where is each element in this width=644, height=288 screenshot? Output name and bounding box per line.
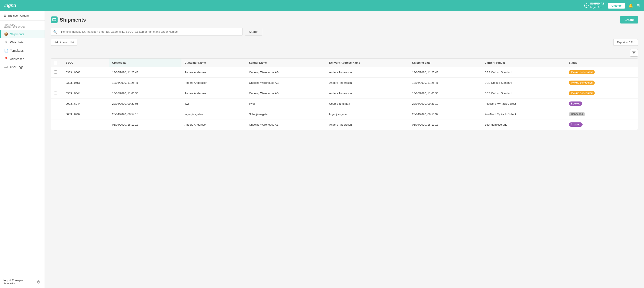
row-customer-name: Ingenjörsgatan [182, 109, 246, 119]
row-checkbox-cell [51, 67, 63, 78]
filter-row [51, 49, 638, 57]
navbar-icons: 🔔 ⊞ [628, 3, 640, 8]
row-created-at: 13/05/2020, 11:25:41 [109, 78, 182, 88]
row-status: Pickup scheduled [566, 88, 638, 98]
logout-button[interactable]: ⏻ [36, 279, 41, 285]
row-checkbox-5[interactable] [54, 123, 57, 126]
sort-chevron[interactable]: ⌄ [58, 62, 60, 64]
row-checkbox-cell [51, 78, 63, 88]
svg-rect-0 [53, 18, 56, 21]
select-all-checkbox[interactable] [54, 61, 57, 64]
col-delivery-address: Delivery Address Name [326, 59, 409, 67]
row-sscc: 0003...6244 [63, 98, 109, 109]
company-name1: INGRID AB [590, 2, 604, 6]
row-shipping-date: 13/05/2020, 11:03:36 [409, 88, 482, 98]
add-watchlist-button[interactable]: Add to watchlist [51, 39, 78, 46]
row-carrier-product: PostNord MyPack Collect [482, 109, 566, 119]
row-customer-name: Anders Andersson [182, 67, 246, 78]
row-shipping-date: 13/05/2020, 11:25:43 [409, 67, 482, 78]
export-button[interactable]: Export to CSV [613, 39, 638, 46]
sidebar-item-watchlists-label: Watchlists [10, 41, 24, 44]
row-delivery-address: Anders Andersson [326, 88, 409, 98]
page-title: Shipments [60, 17, 86, 23]
search-bar: 🔍 Search [51, 28, 638, 36]
row-checkbox-1[interactable] [54, 81, 57, 84]
row-checkbox-cell [51, 109, 63, 119]
toolbar-row: Add to watchlist Export to CSV [51, 39, 638, 46]
company-name2: Ingrid AB [590, 6, 604, 9]
table-row[interactable]: 0003...6244 23/04/2020, 09:22:05 ffwef f… [51, 98, 638, 109]
sidebar-user-name: Ingrid Transport [4, 279, 25, 282]
row-carrier-product: Best Hemleverans [482, 119, 566, 130]
row-checkbox-0[interactable] [54, 70, 57, 73]
company-text: INGRID AB Ingrid AB [590, 2, 604, 9]
row-checkbox-2[interactable] [54, 91, 57, 94]
status-badge: Pickup scheduled [569, 70, 595, 74]
sidebar-item-templates-label: Templates [10, 49, 24, 52]
status-badge: Created [569, 122, 582, 127]
row-carrier-product: DBS Ombud Standard [482, 67, 566, 78]
filter-button[interactable] [630, 49, 638, 57]
sidebar-item-templates[interactable]: 📄 Templates [0, 46, 44, 55]
select-all-header: ⌄ [51, 59, 63, 67]
search-icon: 🔍 [53, 30, 57, 34]
transport-orders-label: Transport Orders [8, 14, 29, 17]
sidebar-footer: Ingrid Transport Automator ⏻ [0, 276, 44, 288]
col-created-at[interactable]: Created at ↑ [109, 59, 182, 67]
sidebar-item-shipments[interactable]: 📦 Shipments [0, 30, 44, 38]
logo: ingrid [4, 3, 16, 8]
row-carrier-product: DBS Ombud Standard [482, 78, 566, 88]
table-row[interactable]: 0333...0551 13/05/2020, 11:25:41 Anders … [51, 78, 638, 88]
row-checkbox-cell [51, 119, 63, 130]
row-shipping-date: 23/04/2020, 09:21:10 [409, 98, 482, 109]
row-shipping-date: 13/05/2020, 11:25:41 [409, 78, 482, 88]
row-shipping-date: 06/04/2020, 15:19:18 [409, 119, 482, 130]
sidebar-item-addresses[interactable]: 📍 Addresses [0, 55, 44, 63]
row-sscc: 0333...0568 [63, 67, 109, 78]
table-row[interactable]: 0003...6237 23/04/2020, 08:54:16 Ingenjö… [51, 109, 638, 119]
row-sender-name: Ongoing Warehouse AB [246, 119, 326, 130]
row-customer-name: Anders Andersson [182, 78, 246, 88]
sidebar-item-user-tags[interactable]: 🏷 User Tags [0, 63, 44, 71]
row-checkbox-cell [51, 98, 63, 109]
row-sscc: 0003...6237 [63, 109, 109, 119]
row-status: Pickup scheduled [566, 78, 638, 88]
app-body: ☰ Transport Orders TRANSPORT ADMINISTRAT… [0, 11, 644, 288]
search-button[interactable]: Search [245, 28, 262, 36]
col-status: Status [566, 59, 638, 67]
main-content: Shipments Create 🔍 Search Add to watchli… [45, 11, 644, 288]
change-button[interactable]: Change [608, 3, 625, 9]
row-status: Created [566, 119, 638, 130]
table-row[interactable]: 0333...0568 13/05/2020, 11:25:43 Anders … [51, 67, 638, 78]
search-input[interactable] [51, 28, 243, 36]
table-row[interactable]: 06/04/2020, 15:19:18 Anders Andersson On… [51, 119, 638, 130]
grid-icon[interactable]: ⊞ [636, 3, 640, 8]
row-delivery-address: Anders Andersson [326, 67, 409, 78]
row-delivery-address: Anders Andersson [326, 78, 409, 88]
sidebar-item-addresses-label: Addresses [10, 57, 24, 61]
sidebar-item-transport-orders[interactable]: ☰ Transport Orders [0, 11, 44, 21]
sidebar-user: Ingrid Transport Automator [4, 279, 25, 285]
watchlists-icon: 👁 [4, 40, 8, 44]
sidebar-item-watchlists[interactable]: 👁 Watchlists [0, 38, 44, 46]
row-status: Cancelled [566, 109, 638, 119]
row-checkbox-4[interactable] [54, 112, 57, 115]
sidebar-item-user-tags-label: User Tags [10, 65, 24, 69]
row-carrier-product: PostNord MyPack Collect [482, 98, 566, 109]
row-sscc: 0333...0544 [63, 88, 109, 98]
row-checkbox-3[interactable] [54, 102, 57, 105]
row-shipping-date: 23/04/2020, 08:53:32 [409, 109, 482, 119]
row-carrier-product: DBS Ombud Standard [482, 88, 566, 98]
navbar-right: ✓ INGRID AB Ingrid AB Change 🔔 ⊞ [584, 2, 640, 9]
status-badge: Booked [569, 101, 582, 106]
row-sender-name: ffwef [246, 98, 326, 109]
sort-asc-icon: ↑ [127, 62, 128, 64]
col-sscc: SSCC [63, 59, 109, 67]
row-sscc: 0333...0551 [63, 78, 109, 88]
row-customer-name: Anders Andersson [182, 88, 246, 98]
row-sender-name: Ongoing Warehouse AB [246, 67, 326, 78]
bell-icon[interactable]: 🔔 [628, 3, 633, 8]
create-button[interactable]: Create [620, 16, 638, 24]
table-row[interactable]: 0333...0544 13/05/2020, 11:03:36 Anders … [51, 88, 638, 98]
row-delivery-address: Anders Andersson [326, 119, 409, 130]
